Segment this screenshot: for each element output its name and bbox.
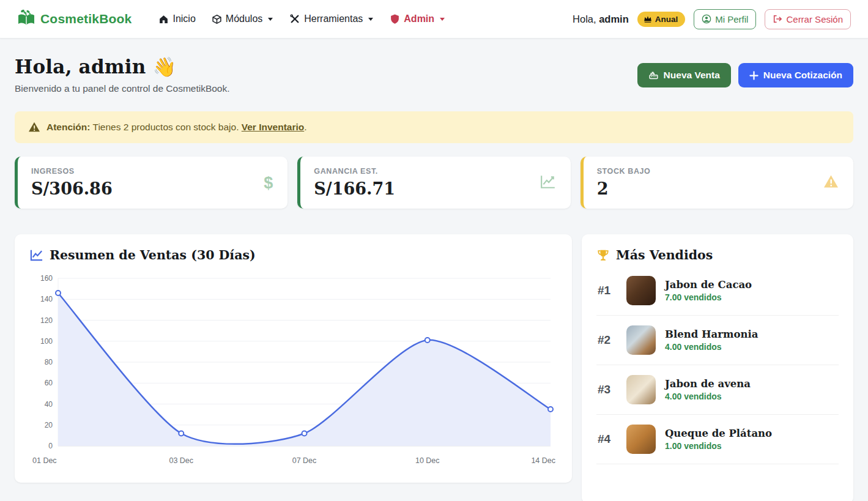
svg-text:100: 100 (40, 337, 53, 346)
svg-text:0: 0 (48, 442, 53, 450)
best-seller-row[interactable]: #4 Queque de Plátano 1.00 vendidos (596, 415, 839, 464)
product-thumbnail (626, 425, 656, 454)
warning-triangle-icon (823, 174, 839, 191)
svg-text:120: 120 (40, 316, 53, 325)
best-seller-row[interactable]: #2 Blend Harmonia 4.00 vendidos (596, 316, 839, 365)
nav-item-modulos[interactable]: Módulos (212, 13, 273, 24)
sales-summary-title: Resumen de Ventas (30 Días) (30, 248, 557, 262)
svg-text:60: 60 (45, 379, 53, 387)
nav-item-herramientas[interactable]: Herramientas (289, 13, 374, 24)
svg-text:07 Dec: 07 Dec (292, 456, 317, 465)
chevron-down-icon (439, 17, 445, 21)
page-subtitle: Bienvenido a tu panel de control de Cosm… (15, 83, 230, 94)
product-thumbnail (626, 276, 656, 305)
nav-item-inicio[interactable]: Inicio (158, 13, 195, 24)
navbar: CosmetikBook Inicio Módulos (0, 0, 868, 39)
warning-icon (28, 122, 40, 133)
greeting: Hola, admin (573, 13, 629, 25)
main-content: Hola, admin 👋 Bienvenido a tu panel de c… (0, 56, 868, 501)
product-thumbnail (626, 325, 656, 355)
plan-badge: Anual (637, 12, 686, 27)
best-sellers-title: Más Vendidos (596, 248, 839, 262)
svg-text:80: 80 (45, 358, 53, 366)
page-title: Hola, admin 👋 (15, 56, 230, 78)
chevron-down-icon (368, 17, 374, 21)
brand-logo-icon (17, 9, 35, 29)
view-inventory-link[interactable]: Ver Inventario (242, 122, 305, 132)
chart-line-icon (540, 174, 556, 191)
svg-text:40: 40 (45, 400, 53, 409)
best-sellers-card: Más Vendidos #1 Jabon de Cacao 7.00 vend… (582, 234, 853, 501)
stat-card-ingresos: INGRESOS S/306.86 $ (15, 157, 287, 209)
shield-icon (390, 13, 400, 24)
svg-text:03 Dec: 03 Dec (169, 456, 193, 465)
svg-text:10 Dec: 10 Dec (415, 456, 440, 465)
brand[interactable]: CosmetikBook (17, 9, 132, 29)
chevron-down-icon (267, 17, 273, 21)
tools-icon (289, 13, 300, 24)
logout-icon (773, 14, 782, 24)
svg-text:01 Dec: 01 Dec (32, 456, 57, 465)
low-stock-alert: Atención: Tienes 2 productos con stock b… (15, 111, 853, 143)
trophy-icon (596, 248, 610, 262)
home-icon (158, 14, 169, 24)
modules-cube-icon (212, 14, 222, 24)
plus-icon (749, 71, 759, 80)
logout-button[interactable]: Cerrar Sesión (765, 9, 851, 29)
wave-emoji: 👋 (153, 56, 177, 78)
sales-summary-card: Resumen de Ventas (30 Días) 020406080100… (15, 234, 572, 483)
profile-button[interactable]: Mi Perfil (694, 9, 756, 29)
new-sale-button[interactable]: Nueva Venta (637, 63, 731, 87)
person-icon (702, 14, 711, 24)
stat-card-stock-bajo: STOCK BAJO 2 (581, 157, 853, 209)
svg-text:160: 160 (40, 274, 53, 283)
greeting-username: admin (599, 13, 629, 24)
crown-icon (644, 15, 652, 23)
stat-card-ganancia: GANANCIA EST. S/166.71 (297, 157, 570, 209)
nav-item-admin[interactable]: Admin (390, 13, 445, 24)
line-chart-icon (30, 249, 43, 261)
sales-chart: 02040608010012014016001 Dec03 Dec07 Dec1… (30, 271, 557, 468)
svg-text:14 Dec: 14 Dec (531, 456, 555, 465)
product-thumbnail (626, 375, 656, 404)
best-seller-row[interactable]: #3 Jabon de avena 4.00 vendidos (596, 365, 839, 415)
svg-text:140: 140 (40, 295, 53, 303)
best-seller-row[interactable]: #1 Jabon de Cacao 7.00 vendidos (596, 266, 839, 316)
brand-name: CosmetikBook (40, 12, 132, 26)
svg-text:20: 20 (45, 421, 53, 429)
dollar-sign-icon: $ (264, 173, 273, 192)
new-quote-button[interactable]: Nueva Cotización (738, 63, 853, 87)
cash-register-icon (648, 70, 659, 81)
